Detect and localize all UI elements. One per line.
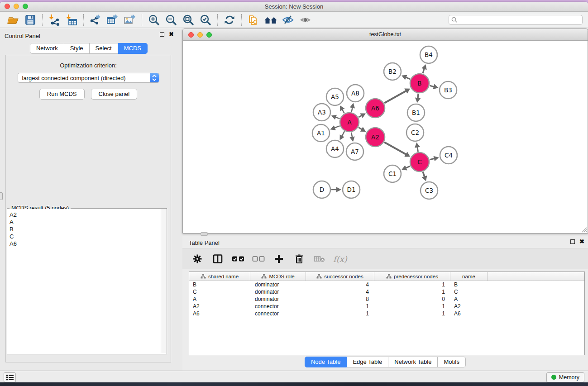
cell-MCDS-role[interactable]: connector — [250, 310, 306, 317]
export-table-icon[interactable] — [104, 13, 121, 27]
graph-node-B3[interactable]: B3 — [440, 81, 457, 99]
graph-node-C[interactable]: C — [410, 152, 429, 172]
table-row[interactable]: A6connector11A6 — [189, 310, 584, 317]
graph-node-B2[interactable]: B2 — [384, 63, 401, 80]
edge-A-A2[interactable] — [359, 128, 362, 129]
node-table[interactable]: shared nameMCDS rolesuccessor nodesprede… — [189, 272, 585, 355]
graph-node-A5[interactable]: A5 — [326, 88, 344, 105]
delete-column-icon[interactable] — [292, 252, 306, 266]
column-header-successor-nodes[interactable]: successor nodes — [306, 272, 374, 281]
edge-C-C2[interactable] — [417, 147, 418, 152]
edge-B-B2[interactable] — [406, 77, 410, 79]
cell-name[interactable]: A — [450, 295, 488, 303]
graph-node-A1[interactable]: A1 — [312, 124, 330, 142]
cell-MCDS-role[interactable]: connector — [250, 303, 306, 310]
open-session-icon[interactable] — [5, 13, 22, 27]
deselect-all-checkboxes-icon[interactable] — [252, 252, 265, 266]
save-session-icon[interactable] — [22, 13, 39, 27]
edge-A-A1[interactable] — [335, 126, 340, 128]
graph-node-B1[interactable]: B1 — [407, 104, 425, 121]
result-item[interactable]: B — [8, 226, 161, 233]
edge-C-C1[interactable] — [406, 166, 410, 168]
result-item[interactable]: A6 — [8, 240, 161, 248]
network-window-titlebar[interactable]: testGlobe.txt — [183, 29, 588, 41]
cell-predecessor-nodes[interactable]: 0 — [374, 295, 450, 303]
close-panel-icon[interactable]: ✖ — [169, 32, 174, 37]
cell-successor-nodes[interactable]: 4 — [306, 281, 374, 288]
cell-name[interactable]: A2 — [450, 303, 488, 310]
tab-mcds[interactable]: MCDS — [118, 43, 148, 54]
result-item[interactable]: A — [8, 219, 161, 226]
refresh-layout-icon[interactable] — [221, 13, 238, 27]
search-input[interactable] — [449, 15, 583, 25]
task-history-button[interactable] — [4, 372, 16, 382]
tab-node-table[interactable]: Node Table — [305, 357, 347, 367]
edge-B-B1[interactable] — [418, 94, 418, 98]
zoom-fit-icon[interactable] — [180, 13, 197, 27]
graph-node-C2[interactable]: C2 — [406, 124, 424, 141]
cell-name[interactable]: A6 — [450, 310, 488, 317]
splitter-handle-left[interactable] — [0, 192, 3, 200]
graph-node-B[interactable]: B — [410, 74, 429, 93]
tab-network[interactable]: Network — [30, 43, 64, 54]
edge-B-B4[interactable] — [423, 68, 424, 73]
cell-predecessor-nodes[interactable]: 1 — [374, 281, 450, 288]
column-header-predecessor-nodes[interactable]: predecessor nodes — [374, 272, 450, 281]
graph-node-C4[interactable]: C4 — [440, 147, 457, 164]
mcds-result-list[interactable]: A2ABCA6 — [8, 209, 161, 353]
edge-B-B3[interactable] — [430, 86, 434, 86]
export-image-icon[interactable] — [121, 13, 139, 27]
cell-successor-nodes[interactable]: 1 — [306, 310, 374, 317]
zoom-out-icon[interactable] — [163, 13, 180, 27]
table-row[interactable]: Adominator80A — [189, 295, 584, 303]
close-panel-button[interactable]: Close panel — [91, 89, 138, 100]
graph-node-C3[interactable]: C3 — [421, 182, 438, 199]
criterion-dropdown[interactable]: largest connected component (directed) — [18, 73, 159, 83]
show-panels-icon[interactable] — [262, 13, 279, 27]
column-header-name[interactable]: name — [450, 272, 488, 281]
export-network-icon[interactable] — [87, 13, 104, 27]
graph-node-A8[interactable]: A8 — [347, 85, 364, 102]
select-all-checkboxes-icon[interactable] — [231, 252, 245, 266]
cell-name[interactable]: B — [450, 281, 488, 288]
table-row[interactable]: A2connector11A2 — [189, 303, 584, 310]
split-columns-icon[interactable] — [211, 252, 225, 266]
graph-node-A[interactable]: A — [340, 113, 359, 132]
cell-predecessor-nodes[interactable]: 1 — [374, 310, 450, 317]
table-settings-icon[interactable] — [191, 252, 204, 266]
cell-MCDS-role[interactable]: dominator — [250, 281, 306, 288]
edge-A-A5[interactable] — [342, 110, 344, 113]
cell-shared-name[interactable]: B — [189, 281, 250, 288]
graph-node-A6[interactable]: A6 — [366, 99, 385, 118]
import-network-icon[interactable] — [46, 13, 63, 27]
memory-button[interactable]: Memory — [546, 372, 584, 382]
zoom-in-icon[interactable] — [145, 13, 163, 27]
tab-select[interactable]: Select — [90, 43, 118, 54]
graph-node-D[interactable]: D — [313, 181, 330, 198]
graph-node-B4[interactable]: B4 — [420, 46, 437, 63]
tab-style[interactable]: Style — [64, 43, 90, 54]
cell-predecessor-nodes[interactable]: 1 — [374, 303, 450, 310]
edge-A6-B[interactable] — [384, 91, 406, 103]
cell-shared-name[interactable]: A2 — [189, 303, 250, 310]
network-canvas[interactable]: B4B2BB3A8A5A6A3B1AA1C2A2A4A7C4CC1C3DD1 — [183, 41, 588, 233]
cell-successor-nodes[interactable]: 8 — [306, 295, 374, 303]
graph-node-C1[interactable]: C1 — [384, 165, 401, 182]
import-table-icon[interactable] — [63, 13, 80, 27]
cell-MCDS-role[interactable]: dominator — [250, 295, 306, 303]
splitter-handle-bottom[interactable] — [201, 232, 208, 236]
cell-successor-nodes[interactable]: 1 — [306, 303, 374, 310]
cell-shared-name[interactable]: C — [189, 288, 250, 295]
graph-node-A4[interactable]: A4 — [326, 140, 344, 157]
float-panel-icon[interactable] — [160, 32, 164, 37]
add-column-icon[interactable] — [272, 252, 286, 266]
graph-node-A2[interactable]: A2 — [366, 128, 385, 147]
graph-node-D1[interactable]: D1 — [343, 181, 360, 198]
hide-graphics-details-icon[interactable] — [279, 13, 296, 27]
edge-A-A8[interactable] — [352, 107, 353, 112]
edge-A-A7[interactable] — [351, 133, 352, 138]
tab-edge-table[interactable]: Edge Table — [347, 357, 388, 367]
graph-node-A3[interactable]: A3 — [313, 104, 330, 121]
tab-network-table[interactable]: Network Table — [388, 357, 438, 367]
tab-motifs[interactable]: Motifs — [438, 357, 466, 367]
